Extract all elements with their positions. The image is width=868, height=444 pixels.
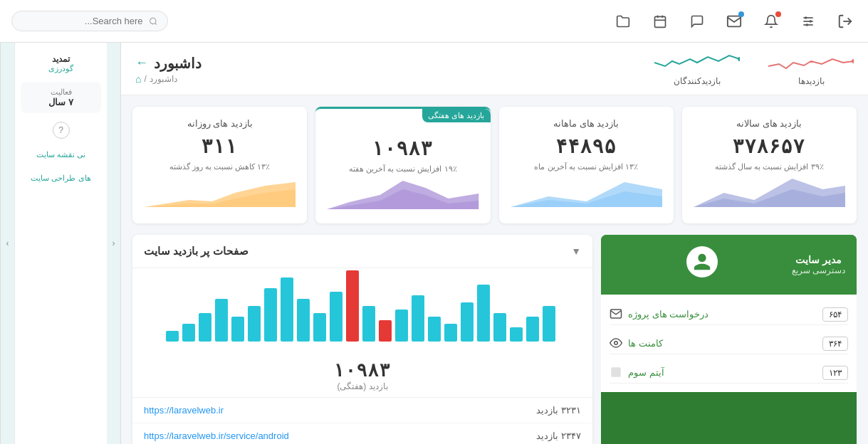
url-2[interactable]: https://laravelweb.ir/service/android (144, 430, 289, 441)
svg-rect-45 (493, 313, 506, 342)
svg-rect-42 (444, 324, 457, 342)
svg-marker-18 (511, 191, 662, 207)
svg-point-6 (806, 23, 808, 26)
logout-icon[interactable] (834, 10, 857, 33)
activity-box: فعالیت ۷ سال (21, 82, 101, 113)
stats-cards-container: بازدید های سالانه ۳۷۸۶۵۷ ۳۹٪ افزایش نسبت… (121, 95, 868, 235)
svg-point-14 (738, 57, 740, 61)
svg-rect-36 (346, 270, 359, 342)
breadcrumb-arrow: ← (135, 56, 148, 70)
daily-value: ۳۱۱ (144, 134, 296, 158)
bar-chart (163, 267, 562, 345)
svg-rect-46 (510, 327, 523, 342)
yearly-title: بازدید های سالانه (694, 118, 845, 129)
svg-rect-29 (231, 317, 244, 342)
svg-point-11 (150, 18, 155, 23)
navbar (0, 0, 868, 43)
mini-chart-visits-label: بازدیدها (798, 76, 825, 86)
help-icon[interactable]: ? (53, 122, 70, 139)
qa-item-third[interactable]: ۱۲۳ آیتم سوم (610, 361, 848, 384)
left-collapse-btn[interactable]: ‹ (107, 43, 121, 444)
file-qa-icon (610, 366, 622, 379)
svg-point-23 (615, 342, 618, 345)
mini-chart-visitors: بازدیدکنندگان (654, 48, 740, 86)
svg-point-5 (810, 20, 812, 22)
qa-item-comments[interactable]: ۳۶۴ کامنت ها (610, 332, 848, 354)
quick-access-header: مدیر سایت دسترسی سریع (601, 235, 857, 295)
svg-rect-24 (611, 367, 621, 377)
qa-item-projects[interactable]: ۶۵۴ درخواست های پروژه (610, 303, 848, 325)
svg-rect-25 (166, 331, 179, 342)
comments-label: کامنت ها (628, 338, 663, 349)
svg-rect-38 (379, 320, 392, 342)
svg-rect-7 (655, 16, 666, 27)
svg-line-12 (155, 23, 156, 24)
user-greeting: تمدید گودرزی (48, 54, 73, 73)
svg-rect-31 (264, 288, 277, 342)
search-bar[interactable] (11, 11, 168, 31)
mail-qa-icon (610, 307, 622, 320)
monthly-value: ۴۴۸۹۵ (511, 134, 662, 158)
search-icon (149, 16, 157, 26)
highlighted-badge: بازدید های هفتگی (422, 109, 490, 122)
pages-list: ۳۲۳۱ بازدید https://laravelweb.ir ۲۳۴۷ ب… (132, 398, 592, 444)
mini-chart-visits: بازدیدها (768, 48, 854, 86)
pages-card-header: ▼ صفحات پر بازدید سایت (132, 235, 592, 268)
stats-info: ۱۰۹۸۳ بازدید (هفتگی) (132, 354, 592, 398)
third-label: آیتم سوم (628, 367, 664, 378)
greeting-line1: تمدید (48, 54, 73, 64)
svg-rect-33 (297, 299, 310, 342)
svg-rect-41 (428, 317, 441, 342)
search-input[interactable] (22, 16, 143, 26)
stat-card-monthly: بازدید های ماهانه ۴۴۸۹۵ ۱۳٪ افزایش نسبت … (499, 107, 674, 223)
svg-rect-39 (395, 310, 408, 342)
greeting-line2: گودرزی (48, 64, 73, 73)
quick-access-card: مدیر سایت دسترسی سریع ۶۵۴ (601, 235, 857, 444)
svg-point-4 (805, 16, 807, 18)
sidebar-nav-item-1[interactable]: نی نقشه سایت (33, 147, 88, 162)
pages-card-title: صفحات پر بازدید سایت (144, 245, 249, 258)
visits-1: ۳۲۳۱ بازدید (536, 405, 581, 416)
monthly-change: ۱۳٪ افزایش نسبت به آخرین ماه (511, 162, 662, 171)
right-collapse-btn[interactable]: › (0, 43, 14, 444)
folder-icon[interactable] (612, 10, 634, 33)
sidebar-nav-item-2[interactable]: های طراحی سایت (28, 171, 93, 186)
svg-rect-47 (526, 317, 539, 342)
svg-rect-28 (215, 299, 228, 342)
list-item: ۲۳۴۷ بازدید https://laravelweb.ir/servic… (132, 423, 592, 444)
admin-title: مدیر سایت (792, 254, 845, 265)
mail-icon[interactable] (723, 10, 746, 33)
pages-chart-area (132, 268, 592, 354)
calendar-icon[interactable] (649, 10, 671, 33)
settings-icon[interactable] (797, 10, 820, 33)
svg-rect-30 (248, 306, 261, 342)
weekly-visits-label: بازدید (هفتگی) (144, 381, 581, 391)
svg-rect-40 (412, 295, 424, 342)
svg-rect-37 (362, 306, 375, 342)
weekly-change: ۱۹٪ افزایش نسبت به آخرین هفته (327, 164, 479, 174)
page-title: داشبورد (154, 55, 202, 72)
bell-icon[interactable] (760, 10, 783, 33)
svg-rect-32 (281, 278, 293, 342)
third-count: ۱۲۳ (822, 366, 848, 380)
bell-badge (775, 11, 781, 17)
url-1[interactable]: https://laravelweb.ir (144, 405, 224, 416)
mini-chart-visitors-label: بازدیدکنندگان (674, 76, 721, 86)
projects-count: ۶۵۴ (822, 307, 848, 322)
daily-title: بازدید های روزانه (144, 118, 296, 129)
chat-icon[interactable] (686, 10, 708, 33)
dropdown-arrow-icon[interactable]: ▼ (571, 245, 581, 257)
svg-rect-35 (330, 292, 343, 342)
svg-point-13 (852, 59, 854, 63)
svg-rect-44 (477, 285, 490, 342)
bottom-section: مدیر سایت دسترسی سریع ۶۵۴ (121, 235, 868, 444)
stat-card-daily: بازدید های روزانه ۳۱۱ ۱۳٪ کاهش نسبت به ر… (132, 107, 307, 223)
svg-rect-26 (182, 324, 195, 342)
svg-rect-48 (543, 306, 555, 342)
weekly-value: ۱۰۹۸۳ (327, 137, 479, 160)
svg-rect-43 (461, 302, 474, 342)
visits-2: ۲۳۴۷ بازدید (536, 430, 581, 441)
quick-access-items: ۶۵۴ درخواست های پروژه ۳۶۴ (601, 295, 857, 392)
svg-rect-27 (199, 313, 211, 342)
home-icon[interactable]: ⌂ (135, 73, 141, 85)
